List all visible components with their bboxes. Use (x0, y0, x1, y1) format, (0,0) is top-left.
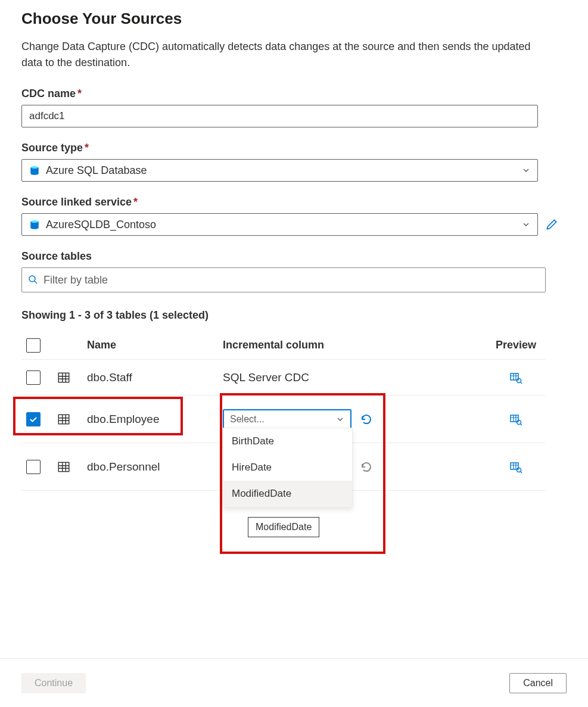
table-row: dbo.Staff SQL Server CDC (21, 360, 546, 395)
svg-point-8 (517, 420, 521, 424)
dropdown-option[interactable]: ModifiedDate (223, 481, 352, 507)
svg-point-11 (517, 468, 521, 472)
table-row: dbo.Employee Select... Birth (21, 395, 546, 443)
dropdown-menu: BirthDate HireDate ModifiedDate (223, 428, 353, 507)
table-icon (57, 460, 70, 474)
row-checkbox[interactable] (26, 370, 41, 385)
source-type-select[interactable]: Azure SQL Database (21, 159, 538, 182)
showing-text: Showing 1 - 3 of 3 tables (1 selected) (21, 309, 567, 322)
search-icon (28, 275, 39, 285)
dropdown-option[interactable]: BirthDate (223, 428, 352, 454)
cdc-name-label: CDC name* (21, 88, 82, 100)
select-placeholder: Select... (230, 414, 336, 425)
cancel-button[interactable]: Cancel (509, 673, 567, 693)
svg-point-5 (517, 378, 521, 382)
incremental-column-select[interactable]: Select... (223, 409, 351, 429)
row-incremental-text: SQL Server CDC (223, 371, 486, 384)
filter-wrap[interactable] (21, 267, 546, 292)
filter-input[interactable] (43, 274, 539, 286)
edit-icon[interactable] (545, 218, 558, 231)
azure-sql-icon (29, 219, 40, 230)
source-linked-service-label: Source linked service* (21, 196, 138, 208)
refresh-icon[interactable] (360, 413, 373, 426)
row-checkbox[interactable] (26, 412, 41, 426)
chevron-down-icon (522, 166, 530, 175)
row-name: dbo.Employee (87, 413, 223, 426)
svg-rect-9 (58, 462, 69, 471)
column-header-incremental: Incremental column (223, 339, 486, 351)
required-mark: * (85, 142, 89, 154)
table-header: Name Incremental column Preview (21, 331, 546, 360)
table-icon (57, 413, 70, 426)
row-name: dbo.Personnel (87, 460, 223, 474)
svg-rect-3 (58, 373, 69, 382)
preview-icon[interactable] (509, 413, 522, 426)
chevron-down-icon (522, 220, 530, 229)
select-all-checkbox[interactable] (26, 338, 41, 353)
source-type-label: Source type* (21, 142, 89, 154)
table-icon (57, 371, 70, 384)
svg-point-2 (29, 276, 35, 282)
svg-point-1 (31, 220, 38, 223)
svg-point-0 (31, 166, 38, 169)
row-checkbox[interactable] (26, 460, 41, 474)
source-type-value: Azure SQL Database (46, 164, 522, 177)
continue-button[interactable]: Continue (21, 673, 86, 693)
cdc-name-input[interactable] (21, 105, 538, 127)
source-tables-label: Source tables (21, 250, 92, 263)
required-mark: * (77, 88, 82, 99)
column-header-name: Name (87, 339, 223, 351)
chevron-down-icon (336, 415, 344, 423)
column-header-preview: Preview (486, 339, 546, 351)
azure-sql-icon (29, 165, 40, 176)
row-name: dbo.Staff (87, 371, 223, 384)
svg-rect-6 (58, 415, 69, 423)
tooltip: ModifiedDate (248, 517, 319, 537)
page-title: Choose Your Sources (21, 10, 567, 28)
source-linked-service-value: AzureSQLDB_Contoso (46, 219, 522, 231)
required-mark: * (133, 196, 138, 208)
preview-icon[interactable] (509, 371, 522, 384)
page-description: Change Data Capture (CDC) automatically … (21, 39, 546, 71)
footer: Continue Cancel (0, 658, 588, 707)
dropdown-option[interactable]: HireDate (223, 454, 352, 481)
refresh-icon[interactable] (360, 460, 373, 474)
source-linked-service-select[interactable]: AzureSQLDB_Contoso (21, 213, 538, 236)
preview-icon[interactable] (509, 460, 522, 474)
